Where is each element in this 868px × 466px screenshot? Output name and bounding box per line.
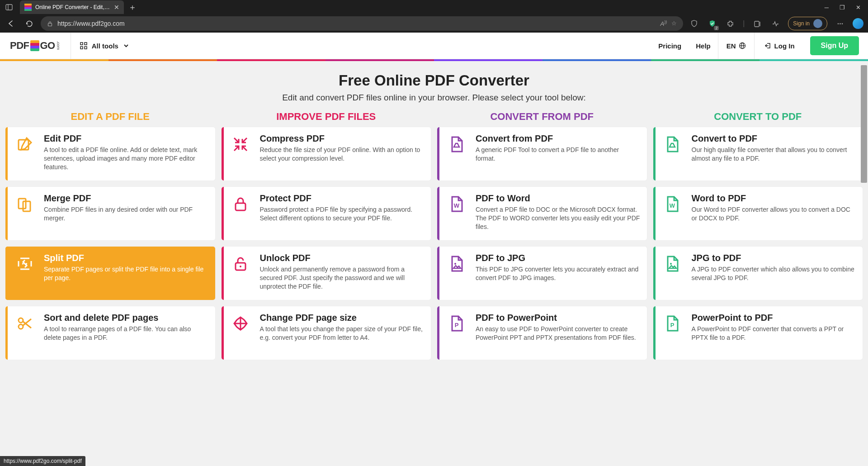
card-desc: An easy to use PDF to PowerPoint convert… bbox=[476, 325, 641, 342]
ppt-icon: P bbox=[653, 313, 692, 353]
bing-icon[interactable] bbox=[853, 18, 863, 29]
back-button[interactable] bbox=[5, 17, 17, 30]
tool-card[interactable]: Edit PDFA tool to edit a PDF file online… bbox=[5, 127, 215, 181]
all-tools-label: All tools bbox=[92, 42, 118, 50]
extensions-icon[interactable] bbox=[725, 18, 736, 29]
tool-card[interactable]: WPDF to WordConvert a PDF file to DOC or… bbox=[437, 187, 647, 240]
card-desc: Combine PDF files in any desired order w… bbox=[44, 205, 209, 223]
ppt-icon: P bbox=[437, 313, 476, 353]
favicon-icon bbox=[24, 4, 32, 11]
tool-card[interactable]: Protect PDFPassword protect a PDF file b… bbox=[222, 187, 431, 240]
svg-rect-24 bbox=[236, 203, 245, 210]
card-title: Convert from PDF bbox=[476, 133, 641, 144]
merge-icon bbox=[5, 193, 44, 234]
signup-button[interactable]: Sign Up bbox=[810, 36, 859, 55]
tool-card[interactable]: Convert to PDFOur high quality file conv… bbox=[653, 127, 863, 181]
nav-pricing[interactable]: Pricing bbox=[651, 42, 689, 50]
tab-actions-icon[interactable] bbox=[4, 2, 14, 13]
svg-point-26 bbox=[240, 266, 241, 267]
svg-point-10 bbox=[840, 23, 841, 24]
address-input[interactable]: https://www.pdf2go.com A)) ☆ bbox=[41, 16, 683, 31]
tool-card[interactable]: Compress PDFReduce the file size of your… bbox=[222, 127, 431, 181]
card-desc: A generic PDF Tool to convert a PDF file… bbox=[476, 146, 641, 163]
tool-card[interactable]: PPDF to PowerPointAn easy to use PDF to … bbox=[437, 306, 647, 360]
card-title: Split PDF bbox=[44, 253, 209, 263]
globe-icon bbox=[739, 42, 746, 49]
card-column: Convert to PDFOur high quality file conv… bbox=[653, 127, 863, 360]
svg-text:P: P bbox=[454, 322, 458, 328]
card-desc: A PowerPoint to PDF converter that conve… bbox=[692, 325, 857, 342]
url-actions: A)) ☆ bbox=[660, 20, 677, 27]
card-desc: Password protect a PDF file by specifyin… bbox=[260, 205, 425, 223]
new-tab-button[interactable]: ＋ bbox=[128, 2, 137, 13]
close-window-icon[interactable]: ✕ bbox=[856, 4, 861, 11]
tool-card[interactable]: PDF to JPGThis PDF to JPG converter lets… bbox=[437, 247, 647, 300]
logo-pre: PDF bbox=[10, 40, 29, 52]
svg-rect-2 bbox=[24, 4, 32, 5]
svg-rect-14 bbox=[80, 47, 83, 49]
logo-com: .com bbox=[56, 41, 61, 50]
card-desc: A tool to rearrange pages of a PDF file.… bbox=[44, 325, 209, 342]
site-logo[interactable]: PDF GO .com bbox=[0, 33, 71, 59]
performance-icon[interactable] bbox=[770, 18, 781, 29]
url-text: https://www.pdf2go.com bbox=[57, 20, 656, 27]
svg-rect-7 bbox=[755, 21, 759, 27]
card-desc: A tool that lets you change the paper si… bbox=[260, 325, 425, 342]
logo-badge-icon bbox=[30, 40, 39, 51]
favorite-icon[interactable]: ☆ bbox=[671, 20, 677, 27]
card-title: Change PDF page size bbox=[260, 313, 425, 323]
scrollbar[interactable] bbox=[861, 65, 867, 466]
minimize-icon[interactable]: ─ bbox=[825, 4, 829, 11]
shield-icon[interactable] bbox=[689, 18, 699, 29]
logo-post: GO bbox=[40, 40, 55, 52]
maximize-icon[interactable]: ❐ bbox=[840, 4, 845, 11]
tool-card[interactable]: Merge PDFCombine PDF files in any desire… bbox=[5, 187, 215, 240]
scroll-thumb[interactable] bbox=[861, 65, 867, 183]
avatar-icon bbox=[813, 19, 822, 28]
card-desc: Separate PDF pages or split the PDF file… bbox=[44, 265, 209, 282]
refresh-button[interactable] bbox=[23, 17, 35, 30]
card-desc: A tool to edit a PDF file online. Add or… bbox=[44, 146, 209, 171]
tab-close-icon[interactable]: ✕ bbox=[114, 4, 119, 11]
unlock-icon bbox=[222, 253, 260, 294]
login-button[interactable]: Log In bbox=[755, 42, 805, 50]
signin-button[interactable]: Sign in bbox=[788, 17, 827, 30]
browser-tab[interactable]: Online PDF Converter - Edit, rota ✕ bbox=[20, 0, 124, 14]
address-bar: https://www.pdf2go.com A)) ☆ | bbox=[0, 14, 868, 33]
lang-label: EN bbox=[726, 42, 736, 50]
tool-card[interactable]: WWord to PDFOur Word to PDF converter al… bbox=[653, 187, 863, 240]
tool-card[interactable]: Convert from PDFA generic PDF Tool to co… bbox=[437, 127, 647, 181]
tool-card[interactable]: Unlock PDFUnlock and permanently remove … bbox=[222, 247, 431, 300]
adguard-icon[interactable] bbox=[707, 18, 717, 29]
image-icon bbox=[653, 253, 692, 294]
svg-rect-6 bbox=[48, 23, 52, 26]
language-selector[interactable]: EN bbox=[718, 42, 754, 50]
card-column: Edit PDFA tool to edit a PDF file online… bbox=[5, 127, 215, 360]
svg-text:W: W bbox=[453, 202, 459, 209]
card-title: Edit PDF bbox=[44, 133, 209, 144]
tool-card[interactable]: Change PDF page sizeA tool that lets you… bbox=[222, 306, 431, 360]
tool-card[interactable]: JPG to PDFA JPG to PDF converter which a… bbox=[653, 247, 863, 300]
edit-icon bbox=[5, 133, 44, 174]
image-icon bbox=[437, 253, 476, 294]
svg-text:P: P bbox=[670, 322, 675, 328]
collections-icon[interactable] bbox=[752, 18, 763, 29]
svg-rect-13 bbox=[85, 43, 87, 45]
svg-rect-3 bbox=[24, 5, 32, 7]
tab-bar: Online PDF Converter - Edit, rota ✕ ＋ ─ … bbox=[0, 0, 868, 14]
svg-text:W: W bbox=[670, 202, 675, 209]
pdf-icon bbox=[653, 133, 692, 174]
pdf-icon bbox=[437, 133, 476, 174]
svg-point-9 bbox=[837, 23, 839, 24]
col-header-to: CONVERT TO PDF bbox=[653, 111, 863, 123]
read-aloud-icon[interactable]: A)) bbox=[660, 20, 667, 27]
all-tools-menu[interactable]: All tools bbox=[71, 42, 138, 50]
tool-card[interactable]: Split PDFSeparate PDF pages or split the… bbox=[5, 247, 215, 300]
card-title: PowerPoint to PDF bbox=[692, 313, 857, 323]
lock-icon bbox=[222, 193, 260, 234]
tool-card[interactable]: Sort and delete PDF pagesA tool to rearr… bbox=[5, 306, 215, 360]
nav-help[interactable]: Help bbox=[689, 42, 718, 50]
lock-icon bbox=[47, 21, 53, 27]
more-icon[interactable] bbox=[835, 18, 845, 29]
tool-card[interactable]: PPowerPoint to PDFA PowerPoint to PDF co… bbox=[653, 306, 863, 360]
